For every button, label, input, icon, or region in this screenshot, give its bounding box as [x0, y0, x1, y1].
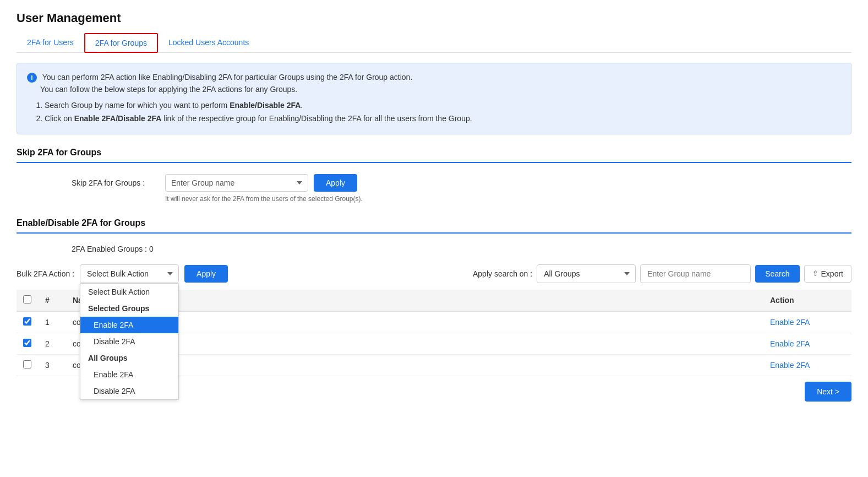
- row-action[interactable]: Enable 2FA: [763, 354, 851, 376]
- dropdown-item-enable-selected[interactable]: Enable 2FA: [80, 317, 178, 333]
- toolbar: Bulk 2FA Action : Select Bulk Action Sel…: [17, 264, 851, 290]
- search-group-select[interactable]: All Groups 2FA Enabled Groups 2FA Disabl…: [537, 264, 636, 283]
- dropdown-item-disable-all[interactable]: Disable 2FA: [80, 383, 178, 399]
- row-checkbox[interactable]: [23, 339, 31, 347]
- stat-value: 0: [149, 245, 154, 253]
- info-line1: You can perform 2FA action like Enabling…: [42, 73, 413, 82]
- row-checkbox-cell[interactable]: [17, 311, 39, 333]
- col-number: #: [39, 290, 66, 311]
- skip-form-label: Skip 2FA for Groups :: [72, 178, 160, 187]
- stat-label: 2FA Enabled Groups :: [72, 245, 147, 253]
- enable-section-title: Enable/Disable 2FA for Groups: [17, 218, 851, 228]
- enable-section-divider: [17, 232, 851, 234]
- skip-group-select[interactable]: Enter Group name: [165, 174, 308, 192]
- tab-2fa-groups[interactable]: 2FA for Groups: [84, 33, 158, 53]
- tabs-nav: 2FA for Users 2FA for Groups Locked User…: [17, 33, 851, 53]
- search-area: Apply search on : All Groups 2FA Enabled…: [473, 264, 851, 283]
- bulk-apply-button[interactable]: Apply: [184, 265, 228, 283]
- row-action[interactable]: Enable 2FA: [763, 333, 851, 354]
- row-number: 1: [39, 311, 66, 333]
- tab-locked-users[interactable]: Locked Users Accounts: [158, 33, 259, 53]
- skip-section: Skip 2FA for Groups Skip 2FA for Groups …: [17, 148, 851, 203]
- row-action[interactable]: Enable 2FA: [763, 311, 851, 333]
- select-all-checkbox[interactable]: [23, 295, 31, 303]
- info-step2: Click on Enable 2FA/Disable 2FA link of …: [45, 112, 841, 124]
- skip-section-title: Skip 2FA for Groups: [17, 148, 851, 158]
- export-button[interactable]: ⇧ Export: [804, 265, 851, 283]
- info-step1: Search Group by name for which you want …: [45, 99, 841, 111]
- page-title: User Management: [17, 11, 851, 25]
- info-box: i You can perform 2FA action like Enabli…: [17, 63, 851, 134]
- skip-form-row: Skip 2FA for Groups : Enter Group name A…: [17, 174, 851, 192]
- action-link[interactable]: Enable 2FA: [770, 361, 810, 370]
- row-checkbox-cell[interactable]: [17, 354, 39, 376]
- info-line2: You can follow the below steps for apply…: [40, 85, 297, 94]
- stat-row: 2FA Enabled Groups : 0: [17, 245, 851, 253]
- dropdown-item-default[interactable]: Select Bulk Action: [80, 284, 178, 300]
- row-checkbox[interactable]: [23, 360, 31, 368]
- search-input[interactable]: [640, 264, 751, 283]
- col-checkbox: [17, 290, 39, 311]
- row-checkbox-cell[interactable]: [17, 333, 39, 354]
- bulk-action-label: Bulk 2FA Action :: [17, 269, 74, 278]
- dropdown-group-all: All Groups: [80, 350, 178, 366]
- tab-2fa-users[interactable]: 2FA for Users: [17, 33, 84, 53]
- row-number: 2: [39, 333, 66, 354]
- skip-hint: It will never ask for the 2FA from the u…: [110, 195, 851, 203]
- bulk-action-dropdown: Select Bulk Action Selected Groups Enabl…: [80, 283, 179, 400]
- dropdown-item-enable-all[interactable]: Enable 2FA: [80, 366, 178, 383]
- dropdown-item-disable-selected[interactable]: Disable 2FA: [80, 333, 178, 350]
- search-apply-label: Apply search on :: [473, 269, 532, 278]
- action-link[interactable]: Enable 2FA: [770, 339, 810, 348]
- bulk-select-wrapper: Select Bulk Action Select Bulk Action Se…: [80, 264, 179, 283]
- skip-section-divider: [17, 162, 851, 163]
- enable-disable-section: Enable/Disable 2FA for Groups 2FA Enable…: [17, 218, 851, 376]
- next-button[interactable]: Next >: [805, 382, 851, 402]
- skip-apply-button[interactable]: Apply: [314, 174, 357, 192]
- row-number: 3: [39, 354, 66, 376]
- row-checkbox[interactable]: [23, 317, 31, 326]
- search-button[interactable]: Search: [755, 265, 799, 283]
- col-action: Action: [763, 290, 851, 311]
- bulk-action-select[interactable]: Select Bulk Action: [80, 264, 179, 283]
- action-link[interactable]: Enable 2FA: [770, 318, 810, 327]
- info-icon: i: [27, 73, 37, 83]
- export-icon: ⇧: [812, 269, 818, 278]
- dropdown-group-selected: Selected Groups: [80, 300, 178, 317]
